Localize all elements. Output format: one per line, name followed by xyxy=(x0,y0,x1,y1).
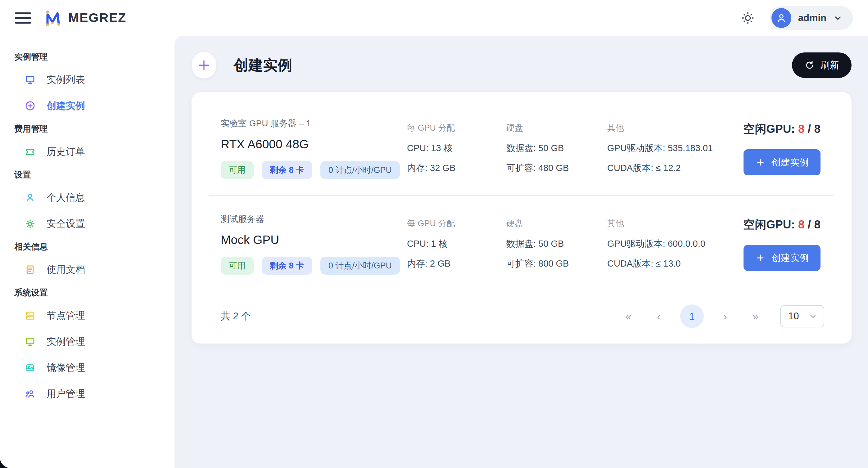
ticket-icon xyxy=(24,146,36,158)
theme-toggle-sun-icon[interactable] xyxy=(741,11,755,25)
brand-name: MEGREZ xyxy=(68,10,126,25)
page-header: 创建实例 刷新 xyxy=(191,52,851,79)
main-content: 创建实例 刷新 实验室 GPU 服务器 – 1 RTX A6000 48G 可用 xyxy=(175,36,868,468)
total-gpu-count: 8 xyxy=(814,123,820,135)
create-instance-button[interactable]: 创建实例 xyxy=(744,245,820,271)
sidebar-section-settings: 设置 xyxy=(14,165,175,185)
status-badge: 可用 xyxy=(221,257,254,275)
cuda-spec: CUDA版本: ≤ 12.2 xyxy=(607,162,743,175)
sidebar-item-profile[interactable]: 个人信息 xyxy=(14,185,175,211)
per-gpu-header: 每 GPU 分配 xyxy=(407,218,506,229)
app-frame: MEGREZ admin xyxy=(0,0,868,468)
plus-icon xyxy=(755,157,765,167)
sidebar-section-system: 系统设置 xyxy=(14,283,175,303)
page-size-value: 10 xyxy=(788,311,799,322)
free-gpu-count: 8 xyxy=(798,218,805,231)
free-gpu-counter: 空闲GPU: 8 / 8 xyxy=(743,217,820,232)
menu-icon[interactable] xyxy=(15,12,31,24)
sidebar-section-related-info: 相关信息 xyxy=(14,237,175,257)
price-badge: 0 计点/小时/GPU xyxy=(320,257,400,275)
chevron-down-icon xyxy=(833,13,842,23)
sidebar-item-create-instance[interactable]: 创建实例 xyxy=(14,93,175,119)
create-instance-button[interactable]: 创建实例 xyxy=(744,149,820,175)
server-subtitle: 实验室 GPU 服务器 – 1 xyxy=(221,118,407,129)
disk-header: 硬盘 xyxy=(506,218,607,229)
cuda-spec: CUDA版本: ≤ 13.0 xyxy=(607,258,743,270)
topbar: MEGREZ admin xyxy=(0,0,868,36)
image-icon xyxy=(24,362,36,374)
user-name: admin xyxy=(798,12,827,24)
total-gpu-count: 8 xyxy=(814,218,820,231)
sidebar-item-security[interactable]: 安全设置 xyxy=(14,211,175,237)
page-size-select[interactable]: 10 xyxy=(780,305,824,327)
last-page-icon[interactable]: » xyxy=(747,307,765,325)
brand-logo[interactable]: MEGREZ xyxy=(43,9,126,27)
memory-spec: 内存: 2 GB xyxy=(407,258,506,270)
server-icon xyxy=(24,310,36,321)
sidebar-section-instance-mgmt: 实例管理 xyxy=(14,47,175,67)
free-gpu-counter: 空闲GPU: 8 / 8 xyxy=(743,121,820,137)
total-count: 共 2 个 xyxy=(221,310,251,323)
cpu-spec: CPU: 13 核 xyxy=(407,142,506,155)
server-subtitle: 测试服务器 xyxy=(221,213,407,225)
data-disk-spec: 数据盘: 50 GB xyxy=(506,142,607,155)
pagination: 共 2 个 « ‹ 1 › » 10 xyxy=(191,291,851,331)
users-icon xyxy=(24,388,36,400)
avatar xyxy=(771,8,791,28)
remaining-badge: 剩余 8 卡 xyxy=(262,257,312,275)
sidebar: 实例管理 实例列表 创建实例 费用管理 xyxy=(0,36,175,468)
cpu-spec: CPU: 1 核 xyxy=(407,238,506,250)
sidebar-item-order-history[interactable]: 历史订单 xyxy=(14,139,175,165)
other-header: 其他 xyxy=(607,218,743,229)
document-icon xyxy=(24,264,36,276)
monitor-icon xyxy=(24,336,36,348)
gear-icon xyxy=(24,218,36,230)
refresh-icon xyxy=(804,60,815,70)
page-plus-icon[interactable] xyxy=(191,52,216,79)
server-row: 测试服务器 Mock GPU 可用 剩余 8 卡 0 计点/小时/GPU 每 G… xyxy=(191,196,851,291)
expandable-spec: 可扩容: 800 GB xyxy=(506,258,607,270)
current-page[interactable]: 1 xyxy=(680,305,704,328)
megrez-logo-icon xyxy=(43,9,63,27)
remaining-badge: 剩余 8 卡 xyxy=(262,161,312,179)
status-badge: 可用 xyxy=(221,161,254,179)
user-icon xyxy=(24,192,36,204)
plus-icon xyxy=(755,253,765,263)
driver-spec: GPU驱动版本: 535.183.01 xyxy=(607,142,743,155)
monitor-icon xyxy=(24,74,36,86)
sidebar-item-docs[interactable]: 使用文档 xyxy=(14,257,175,283)
sidebar-item-instance-list[interactable]: 实例列表 xyxy=(14,67,175,93)
plus-circle-icon xyxy=(24,100,36,112)
sidebar-section-billing: 费用管理 xyxy=(14,119,175,139)
disk-header: 硬盘 xyxy=(506,122,607,133)
user-menu[interactable]: admin xyxy=(770,6,853,30)
refresh-button[interactable]: 刷新 xyxy=(792,53,851,78)
data-disk-spec: 数据盘: 50 GB xyxy=(506,238,607,250)
expandable-spec: 可扩容: 480 GB xyxy=(506,162,607,175)
chevron-down-icon xyxy=(809,312,817,320)
sidebar-item-node-mgmt[interactable]: 节点管理 xyxy=(14,303,175,329)
page-title: 创建实例 xyxy=(234,56,292,75)
driver-spec: GPU驱动版本: 600.0.0.0 xyxy=(607,238,743,250)
sidebar-item-image-mgmt[interactable]: 镜像管理 xyxy=(14,355,175,381)
server-row: 实验室 GPU 服务器 – 1 RTX A6000 48G 可用 剩余 8 卡 … xyxy=(191,100,851,195)
next-page-icon[interactable]: › xyxy=(716,307,734,325)
server-name: Mock GPU xyxy=(221,233,407,247)
first-page-icon[interactable]: « xyxy=(619,307,637,325)
free-gpu-count: 8 xyxy=(798,123,805,135)
server-name: RTX A6000 48G xyxy=(221,137,407,151)
price-badge: 0 计点/小时/GPU xyxy=(320,161,400,179)
memory-spec: 内存: 32 GB xyxy=(407,162,506,175)
server-list-panel: 实验室 GPU 服务器 – 1 RTX A6000 48G 可用 剩余 8 卡 … xyxy=(191,92,851,344)
other-header: 其他 xyxy=(607,122,743,133)
sidebar-item-instance-mgmt[interactable]: 实例管理 xyxy=(14,329,175,355)
per-gpu-header: 每 GPU 分配 xyxy=(407,122,506,133)
prev-page-icon[interactable]: ‹ xyxy=(650,307,668,325)
sidebar-item-user-mgmt[interactable]: 用户管理 xyxy=(14,381,175,407)
